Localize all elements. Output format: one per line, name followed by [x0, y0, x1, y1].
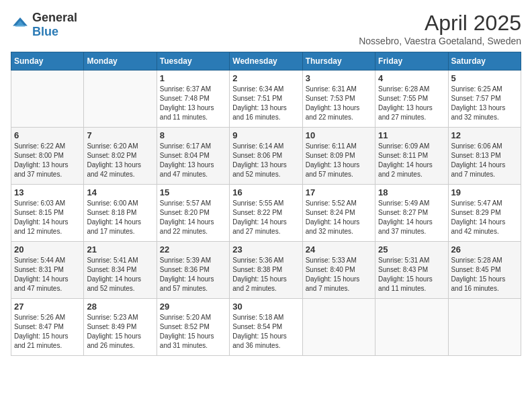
day-number: 1 — [160, 73, 226, 83]
day-number: 17 — [306, 187, 372, 197]
header-wednesday: Wednesday — [230, 52, 302, 71]
day-number: 11 — [378, 130, 445, 140]
sunset-text: Sunset: 8:47 PM — [14, 322, 81, 332]
sunset-text: Sunset: 8:00 PM — [14, 151, 81, 161]
sunrise-text: Sunrise: 5:36 AM — [232, 256, 299, 265]
day-info: Sunrise: 6:28 AMSunset: 7:55 PMDaylight:… — [378, 85, 445, 122]
logo-icon — [11, 15, 30, 34]
day-number: 9 — [232, 130, 299, 140]
daylight-text: Daylight: 14 hours and 37 minutes. — [378, 218, 445, 236]
daylight-text: Daylight: 14 hours and 7 minutes. — [451, 161, 518, 179]
day-number: 12 — [451, 130, 518, 140]
sunset-text: Sunset: 8:09 PM — [306, 151, 372, 161]
day-info: Sunrise: 6:17 AMSunset: 8:04 PMDaylight:… — [160, 142, 226, 179]
sunset-text: Sunset: 8:38 PM — [232, 265, 299, 275]
day-number: 8 — [160, 130, 226, 140]
daylight-text: Daylight: 15 hours and 21 minutes. — [14, 332, 81, 351]
day-info: Sunrise: 6:31 AMSunset: 7:53 PMDaylight:… — [306, 85, 372, 122]
calendar-cell: 21Sunrise: 5:41 AMSunset: 8:34 PMDayligh… — [84, 242, 157, 299]
daylight-text: Daylight: 15 hours and 26 minutes. — [87, 332, 153, 351]
sunrise-text: Sunrise: 6:20 AM — [87, 142, 153, 151]
day-number: 22 — [160, 244, 226, 255]
day-number: 23 — [232, 244, 299, 255]
day-info: Sunrise: 6:06 AMSunset: 8:13 PMDaylight:… — [451, 142, 518, 179]
day-info: Sunrise: 5:26 AMSunset: 8:47 PMDaylight:… — [14, 313, 81, 351]
calendar-cell: 12Sunrise: 6:06 AMSunset: 8:13 PMDayligh… — [448, 128, 521, 185]
calendar-cell: 27Sunrise: 5:26 AMSunset: 8:47 PMDayligh… — [11, 299, 84, 356]
calendar-cell: 20Sunrise: 5:44 AMSunset: 8:31 PMDayligh… — [11, 242, 84, 299]
sunrise-text: Sunrise: 5:31 AM — [378, 256, 445, 265]
calendar-cell: 22Sunrise: 5:39 AMSunset: 8:36 PMDayligh… — [157, 242, 229, 299]
calendar-cell: 15Sunrise: 5:57 AMSunset: 8:20 PMDayligh… — [157, 185, 229, 242]
header-thursday: Thursday — [302, 52, 375, 71]
sunrise-text: Sunrise: 5:23 AM — [87, 313, 153, 322]
calendar-cell: 14Sunrise: 6:00 AMSunset: 8:18 PMDayligh… — [84, 185, 157, 242]
week-row-5: 27Sunrise: 5:26 AMSunset: 8:47 PMDayligh… — [11, 299, 521, 356]
day-info: Sunrise: 5:52 AMSunset: 8:24 PMDaylight:… — [306, 199, 372, 236]
week-row-2: 6Sunrise: 6:22 AMSunset: 8:00 PMDaylight… — [11, 128, 521, 185]
calendar-cell — [375, 299, 448, 356]
day-number: 6 — [14, 130, 81, 140]
day-number: 2 — [232, 73, 299, 83]
daylight-text: Daylight: 14 hours and 42 minutes. — [451, 218, 518, 236]
calendar-cell: 19Sunrise: 5:47 AMSunset: 8:29 PMDayligh… — [448, 185, 521, 242]
day-info: Sunrise: 5:39 AMSunset: 8:36 PMDaylight:… — [160, 256, 226, 293]
daylight-text: Daylight: 14 hours and 17 minutes. — [87, 218, 153, 236]
calendar-cell: 1Sunrise: 6:37 AMSunset: 7:48 PMDaylight… — [157, 71, 229, 128]
day-number: 15 — [160, 187, 226, 197]
logo-general: General — [32, 11, 77, 24]
sunset-text: Sunset: 8:24 PM — [306, 208, 372, 218]
week-row-4: 20Sunrise: 5:44 AMSunset: 8:31 PMDayligh… — [11, 242, 521, 299]
sunrise-text: Sunrise: 6:17 AM — [160, 142, 226, 151]
daylight-text: Daylight: 14 hours and 22 minutes. — [160, 218, 226, 236]
day-number: 30 — [232, 302, 299, 312]
calendar-cell — [448, 299, 521, 356]
day-number: 28 — [87, 302, 153, 312]
calendar-cell: 16Sunrise: 5:55 AMSunset: 8:22 PMDayligh… — [230, 185, 302, 242]
week-row-1: 1Sunrise: 6:37 AMSunset: 7:48 PMDaylight… — [11, 71, 521, 128]
calendar-cell: 4Sunrise: 6:28 AMSunset: 7:55 PMDaylight… — [375, 71, 448, 128]
sunset-text: Sunset: 7:55 PM — [378, 94, 445, 103]
sunrise-text: Sunrise: 5:44 AM — [14, 256, 81, 265]
calendar-cell — [84, 71, 157, 128]
day-number: 7 — [87, 130, 153, 140]
sunset-text: Sunset: 8:22 PM — [232, 208, 299, 218]
daylight-text: Daylight: 13 hours and 32 minutes. — [451, 103, 518, 122]
daylight-text: Daylight: 14 hours and 57 minutes. — [160, 275, 226, 293]
sunrise-text: Sunrise: 5:18 AM — [232, 313, 299, 322]
daylight-text: Daylight: 13 hours and 52 minutes. — [232, 161, 299, 179]
sunset-text: Sunset: 7:51 PM — [232, 94, 299, 103]
sunset-text: Sunset: 7:53 PM — [306, 94, 372, 103]
day-info: Sunrise: 6:09 AMSunset: 8:11 PMDaylight:… — [378, 142, 445, 179]
day-number: 26 — [451, 244, 518, 255]
sunrise-text: Sunrise: 6:34 AM — [232, 85, 299, 94]
sunset-text: Sunset: 8:36 PM — [160, 265, 226, 275]
day-info: Sunrise: 5:55 AMSunset: 8:22 PMDaylight:… — [232, 199, 299, 236]
calendar-cell: 10Sunrise: 6:11 AMSunset: 8:09 PMDayligh… — [302, 128, 375, 185]
day-number: 13 — [14, 187, 81, 197]
calendar-cell: 28Sunrise: 5:23 AMSunset: 8:49 PMDayligh… — [84, 299, 157, 356]
day-info: Sunrise: 5:33 AMSunset: 8:40 PMDaylight:… — [306, 256, 372, 293]
logo: General Blue — [11, 11, 77, 39]
header-saturday: Saturday — [448, 52, 521, 71]
sunset-text: Sunset: 8:43 PM — [378, 265, 445, 275]
sunset-text: Sunset: 8:49 PM — [87, 322, 153, 332]
sunset-text: Sunset: 8:06 PM — [232, 151, 299, 161]
sunrise-text: Sunrise: 5:52 AM — [306, 199, 372, 208]
daylight-text: Daylight: 15 hours and 16 minutes. — [451, 275, 518, 293]
page-header: General Blue April 2025 Nossebro, Vaestr… — [11, 11, 521, 46]
daylight-text: Daylight: 15 hours and 2 minutes. — [232, 275, 299, 293]
day-number: 20 — [14, 244, 81, 255]
daylight-text: Daylight: 15 hours and 11 minutes. — [378, 275, 445, 293]
daylight-text: Daylight: 15 hours and 7 minutes. — [306, 275, 372, 293]
day-info: Sunrise: 6:11 AMSunset: 8:09 PMDaylight:… — [306, 142, 372, 179]
sunset-text: Sunset: 8:52 PM — [160, 322, 226, 332]
day-number: 10 — [306, 130, 372, 140]
day-number: 29 — [160, 302, 226, 312]
daylight-text: Daylight: 14 hours and 32 minutes. — [306, 218, 372, 236]
sunrise-text: Sunrise: 6:00 AM — [87, 199, 153, 208]
sunset-text: Sunset: 8:04 PM — [160, 151, 226, 161]
sunrise-text: Sunrise: 5:26 AM — [14, 313, 81, 322]
sunset-text: Sunset: 8:34 PM — [87, 265, 153, 275]
calendar-cell: 29Sunrise: 5:20 AMSunset: 8:52 PMDayligh… — [157, 299, 229, 356]
